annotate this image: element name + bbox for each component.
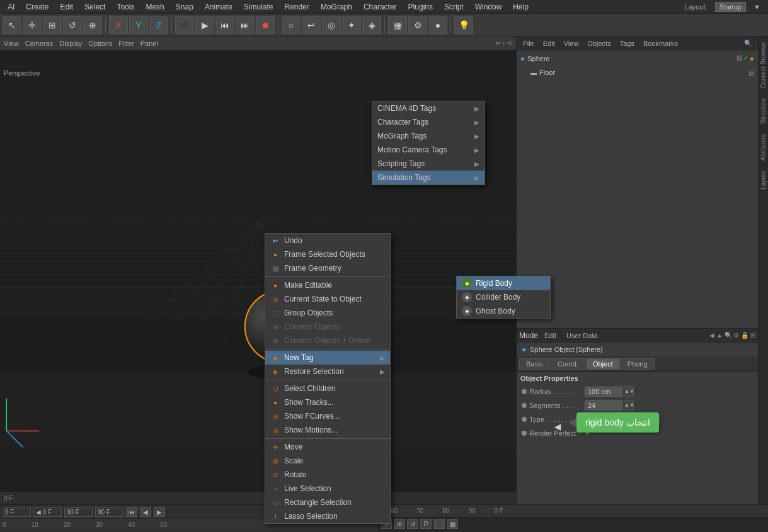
menu-tools[interactable]: Tools <box>112 1 139 13</box>
om-tab-edit[interactable]: Edit <box>539 38 559 48</box>
menu-window[interactable]: Window <box>470 1 507 13</box>
ctx-move[interactable]: ✛ Move <box>265 440 390 454</box>
submenu-motion-camera-tags[interactable]: Motion Camera Tags ▶ <box>372 143 484 157</box>
menu-create[interactable]: Create <box>21 1 54 13</box>
side-tab-content-browser[interactable]: Content Browser <box>759 37 768 93</box>
ctx-live-selection[interactable]: ○ Live Selection <box>265 482 390 495</box>
tag-btn[interactable]: ◈ <box>362 16 381 34</box>
menu-mograph[interactable]: MoGraph <box>316 1 357 13</box>
submenu-character-tags[interactable]: Character Tags ▶ <box>372 115 484 129</box>
move-tool-btn[interactable]: ✛ <box>23 16 42 34</box>
sim-rigid-body[interactable]: ◈ Rigid Body <box>457 276 550 290</box>
viewport-tab-filter[interactable]: Filter <box>118 40 134 47</box>
ctx-scale[interactable]: ⊞ Scale <box>265 454 390 468</box>
attr-tab-coord[interactable]: Coord. <box>551 358 585 370</box>
light-btn[interactable]: ✦ <box>342 16 361 34</box>
ctx-group-objects[interactable]: ⬚ Group Objects <box>265 306 390 320</box>
sim-collider-body[interactable]: ◈ Collider Body <box>457 290 550 304</box>
ctx-show-motions[interactable]: ◎ Show Motions... <box>265 423 390 437</box>
axis-z-btn[interactable]: Z <box>149 16 168 34</box>
attr-spin-segments[interactable]: ▲▼ <box>625 400 634 411</box>
ctx-rect-selection[interactable]: ▭ Rectangle Selection <box>265 495 390 509</box>
menu-ai[interactable]: AI <box>3 1 20 13</box>
menu-help[interactable]: Help <box>508 1 534 13</box>
menu-mesh[interactable]: Mesh <box>140 1 169 13</box>
ctx-undo[interactable]: ↩ Undo <box>265 234 390 247</box>
tl-tool-4[interactable]: P <box>420 519 432 529</box>
object-item-sphere[interactable]: ● Sphere ▤ ✓ ● <box>518 52 757 65</box>
attr-tab-phong[interactable]: Phong <box>621 358 655 370</box>
om-tab-bookmarks[interactable]: Bookmarks <box>639 38 682 48</box>
menu-edit[interactable]: Edit <box>55 1 78 13</box>
axis-x-btn[interactable]: X <box>109 16 128 34</box>
menu-simulate[interactable]: Simulate <box>239 1 278 13</box>
tl-tool-6[interactable]: ▦ <box>447 519 458 529</box>
object-btn[interactable]: ○ <box>282 16 301 34</box>
scene-btn[interactable]: ⚙ <box>408 16 427 34</box>
play-back-btn[interactable]: ◀ <box>140 507 151 517</box>
play-next-btn[interactable]: ⏭ <box>236 16 255 34</box>
ctx-lasso-selection[interactable]: ⌇ Lasso Selection <box>265 509 390 523</box>
material-btn[interactable]: ◎ <box>322 16 341 34</box>
menu-script[interactable]: Script <box>439 1 469 13</box>
tl-tool-2[interactable]: ⊞ <box>394 519 405 529</box>
submenu-scripting-tags[interactable]: Scripting Tags ▶ <box>372 157 484 171</box>
om-search-icon[interactable]: 🔍 <box>740 38 755 48</box>
om-tab-view[interactable]: View <box>560 38 583 48</box>
layout-dropdown[interactable]: Startup <box>715 2 746 12</box>
select-tool-btn[interactable]: ↖ <box>3 16 21 34</box>
camera-btn[interactable]: ↩ <box>302 16 321 34</box>
transform-tool-btn[interactable]: ⊕ <box>83 16 102 34</box>
ctx-current-state[interactable]: ◎ Current State to Object <box>265 292 390 306</box>
menu-character[interactable]: Character <box>358 1 402 13</box>
light2-btn[interactable]: 💡 <box>454 16 473 34</box>
playback-btn[interactable]: ▶ <box>195 16 214 34</box>
om-tab-tags[interactable]: Tags <box>616 38 638 48</box>
object-item-floor[interactable]: ▬ Floor ▤ <box>518 65 757 79</box>
submenu-mograph-tags[interactable]: MoGraph Tags ▶ <box>372 129 484 143</box>
attr-tab-userdata[interactable]: User Data <box>563 331 602 341</box>
ctx-new-tag[interactable]: ◈ New Tag ▶ <box>265 351 390 365</box>
attr-value-segments[interactable]: 24 <box>585 400 622 410</box>
viewport-tab-display[interactable]: Display <box>59 40 82 47</box>
attr-value-radius[interactable]: 100 cm <box>585 387 622 397</box>
attr-tab-edit[interactable]: Edit <box>541 331 560 341</box>
side-tab-attributes[interactable]: Attributes <box>759 129 768 166</box>
play-prev-btn[interactable]: ⏮ <box>215 16 234 34</box>
tl-tool-5[interactable]: ⋮⋮ <box>433 519 445 529</box>
frame-start-input[interactable]: 0 F <box>3 507 31 517</box>
tl-tool-3[interactable]: ↺ <box>407 519 418 529</box>
play-btn[interactable]: ▶ <box>154 507 165 517</box>
menu-plugins[interactable]: Plugins <box>403 1 438 13</box>
attr-tab-basic[interactable]: Basic <box>519 358 550 370</box>
submenu-cinema4d-tags[interactable]: CINEMA 4D Tags ▶ <box>372 101 484 115</box>
viewport-tab-panel[interactable]: Panel <box>140 40 158 47</box>
scale-tool-btn[interactable]: ⊞ <box>43 16 62 34</box>
frame-current-input[interactable]: ◀ 0 F <box>33 507 62 517</box>
menu-animate[interactable]: Animate <box>200 1 238 13</box>
attr-spin-radius[interactable]: ▲▼ <box>625 386 634 397</box>
sim-ghost-body[interactable]: ◈ Ghost Body <box>457 304 550 318</box>
go-start-btn[interactable]: ⏮ <box>126 507 137 517</box>
ctx-show-fcurves[interactable]: ◎ Show FCurves... <box>265 409 390 423</box>
menu-snap[interactable]: Snap <box>171 1 198 13</box>
submenu-simulation-tags[interactable]: Simulation Tags ▶ <box>372 171 484 184</box>
ctx-frame-selected[interactable]: ● Frame Selected Objects <box>265 247 390 261</box>
rotate-tool-btn[interactable]: ↺ <box>63 16 82 34</box>
ctx-make-editable[interactable]: ● Make Editable <box>265 278 390 292</box>
viewport-tab-cameras[interactable]: Cameras <box>25 40 54 47</box>
menu-select[interactable]: Select <box>79 1 110 13</box>
record-btn[interactable]: ⏺ <box>256 16 275 34</box>
cube-btn[interactable]: ⬛ <box>175 16 194 34</box>
attr-tab-object[interactable]: Object <box>586 358 620 370</box>
viewport-tab-options[interactable]: Options <box>88 40 112 47</box>
side-tab-layers[interactable]: Layers <box>759 166 768 195</box>
viewport-tab-view[interactable]: View <box>4 40 19 47</box>
axis-y-btn[interactable]: Y <box>129 16 148 34</box>
ctx-show-tracks[interactable]: ● Show Tracks... <box>265 395 390 409</box>
om-tab-objects[interactable]: Objects <box>583 38 614 48</box>
side-tab-structure[interactable]: Structure <box>759 93 768 129</box>
ctx-rotate[interactable]: ↺ Rotate <box>265 468 390 482</box>
menu-render[interactable]: Render <box>280 1 314 13</box>
ctx-restore-selection[interactable]: ◈ Restore Selection ▶ <box>265 365 390 378</box>
